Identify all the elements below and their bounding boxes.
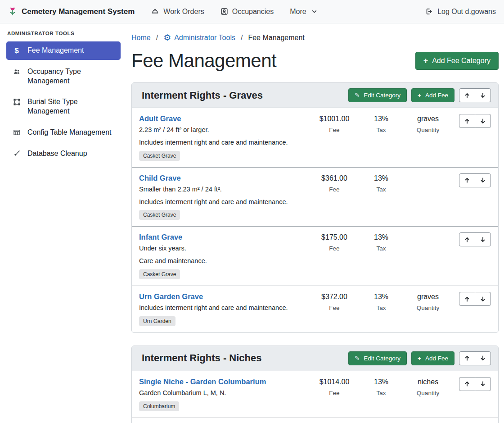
move-fee-down-button[interactable] (475, 173, 491, 187)
add-fee-button[interactable]: + Add Fee (411, 351, 454, 365)
fee-reorder-controls (451, 377, 491, 391)
sidebar-item-label: Fee Management (27, 46, 84, 55)
add-fee-label: Add Fee (425, 355, 448, 362)
fee-description-1: Includes interment right and care and ma… (139, 304, 311, 312)
sidebar-item-fee-management[interactable]: $Fee Management (6, 41, 121, 60)
fee-quantity-label: Quantity (405, 305, 451, 311)
category-header: Interment Rights - Niches ✎ Edit Categor… (132, 346, 498, 371)
fee-tax-value: 13% (358, 293, 405, 301)
nav-more-label: More (290, 8, 306, 16)
page-title: Fee Management (131, 50, 276, 72)
fee-name-link[interactable]: Infant Grave (139, 233, 182, 241)
dollar-icon: $ (12, 46, 22, 55)
move-fee-up-button[interactable] (459, 232, 475, 246)
fee-amount-value: $372.00 (311, 293, 358, 301)
fee-tax-value: 13% (358, 378, 405, 386)
fee-category-card: Interment Rights - Graves ✎ Edit Categor… (131, 82, 499, 333)
edit-category-button[interactable]: ✎ Edit Category (348, 88, 407, 102)
fee-main: Infant Grave Under six years. Care and m… (139, 232, 311, 279)
main-nav: Work Orders Occupancies More (151, 8, 317, 16)
fee-name-link[interactable]: Single Niche - Garden Columbarium (139, 378, 266, 386)
category-header: Interment Rights - Graves ✎ Edit Categor… (132, 83, 498, 108)
nav-occupancies[interactable]: Occupancies (220, 8, 274, 16)
sidebar-item-burial-site-type-management[interactable]: Burial Site Type Management (6, 93, 121, 121)
add-fee-category-label: Add Fee Category (432, 57, 490, 65)
breadcrumb-home[interactable]: Home (131, 34, 151, 42)
fee-tax-label: Tax (358, 245, 405, 252)
move-fee-up-button[interactable] (459, 292, 475, 306)
gear-icon: ⚙ (163, 33, 171, 42)
fee-name-link[interactable]: Adult Grave (139, 114, 181, 123)
occupant-icon (220, 8, 228, 15)
fee-row: Child Grave Smaller than 2.23 m² / 24 ft… (132, 167, 498, 227)
logout-button[interactable]: Log Out d.gowans (425, 8, 496, 16)
nav-work-orders[interactable]: Work Orders (151, 8, 204, 16)
fee-list: Adult Grave 2.23 m² / 24 ft² or larger. … (132, 108, 498, 332)
fee-amount-label: Fee (311, 127, 358, 133)
fee-amount-label: Fee (311, 390, 358, 396)
fee-reorder-controls (451, 292, 491, 306)
sidebar-item-database-cleanup[interactable]: Database Cleanup (6, 145, 121, 163)
fee-main: Single Niche - Garden Columbarium Garden… (139, 377, 311, 411)
move-fee-down-button[interactable] (475, 114, 491, 128)
move-fee-down-button[interactable] (475, 292, 491, 306)
sidebar: ADMINISTRATOR TOOLS $Fee ManagementOccup… (0, 23, 126, 166)
plus-icon: + (418, 92, 421, 99)
fee-tax-value: 13% (358, 115, 405, 123)
table-icon (12, 128, 22, 137)
main-content: Home / ⚙ Administrator Tools / Fee Manag… (126, 23, 504, 423)
fee-reorder-controls (451, 232, 491, 246)
app-brand[interactable]: Cemetery Management System (8, 7, 135, 17)
plus-icon: + (423, 57, 428, 65)
move-fee-down-button[interactable] (475, 232, 491, 246)
fee-name-link[interactable]: Child Grave (139, 174, 181, 182)
fee-row: Infant Grave Under six years. Care and m… (132, 226, 498, 286)
logout-icon (425, 8, 433, 15)
fee-amount-col: $1001.00 Fee (311, 114, 358, 133)
sidebar-item-label: Burial Site Type Management (27, 97, 115, 116)
breadcrumb-admin-tools-label: Administrator Tools (174, 34, 235, 42)
fee-reorder-controls (451, 114, 491, 128)
breadcrumb-home-label: Home (131, 34, 151, 42)
fee-tax-col: 13% Tax (358, 173, 405, 193)
breadcrumb: Home / ⚙ Administrator Tools / Fee Manag… (131, 32, 499, 44)
fee-type-badge: Casket Grave (139, 151, 180, 161)
fee-amount-label: Fee (311, 186, 358, 193)
fee-quantity-col: graves Quantity (405, 114, 451, 133)
fee-category-card: Interment Rights - Niches ✎ Edit Categor… (131, 346, 499, 423)
move-fee-up-button[interactable] (459, 114, 475, 128)
fee-row: Companion Niche - Garden Columbarium Gar… (132, 418, 498, 423)
fee-categories: Interment Rights - Graves ✎ Edit Categor… (131, 82, 499, 423)
sidebar-item-config-table-management[interactable]: Config Table Management (6, 123, 121, 142)
fee-row: Single Niche - Garden Columbarium Garden… (132, 371, 498, 418)
fee-name-link[interactable]: Urn Garden Grave (139, 292, 203, 301)
sidebar-item-occupancy-type-management[interactable]: Occupancy Type Management (6, 63, 121, 91)
move-category-down-button[interactable] (475, 88, 491, 102)
add-fee-button[interactable]: + Add Fee (411, 88, 454, 102)
fee-tax-col: 13% Tax (358, 377, 405, 396)
fee-amount-value: $175.00 (311, 233, 358, 241)
fee-amount-value: $361.00 (311, 174, 358, 182)
fee-tax-value: 13% (358, 174, 405, 182)
move-category-up-button[interactable] (459, 88, 475, 102)
fee-row: Urn Garden Grave Includes interment righ… (132, 286, 498, 332)
fee-description-2: Includes interment right and care and ma… (139, 198, 311, 206)
fee-quantity-col (405, 173, 451, 174)
move-fee-up-button[interactable] (459, 173, 475, 187)
move-fee-up-button[interactable] (459, 377, 475, 391)
edit-category-button[interactable]: ✎ Edit Category (348, 351, 407, 365)
breadcrumb-admin-tools[interactable]: ⚙ Administrator Tools (163, 33, 235, 42)
sidebar-item-label: Database Cleanup (27, 149, 87, 159)
move-category-up-button[interactable] (459, 351, 475, 365)
add-fee-category-button[interactable]: + Add Fee Category (415, 52, 499, 70)
nav-more[interactable]: More (290, 8, 317, 16)
fee-type-badge: Urn Garden (139, 316, 176, 326)
fee-amount-value: $1014.00 (311, 378, 358, 386)
fee-amount-col: $175.00 Fee (311, 232, 358, 252)
users-icon (12, 67, 22, 86)
pencil-icon: ✎ (355, 92, 360, 99)
sidebar-item-label: Occupancy Type Management (27, 67, 115, 86)
move-category-down-button[interactable] (475, 351, 491, 365)
move-fee-down-button[interactable] (475, 377, 491, 391)
breadcrumb-separator: / (241, 34, 243, 42)
